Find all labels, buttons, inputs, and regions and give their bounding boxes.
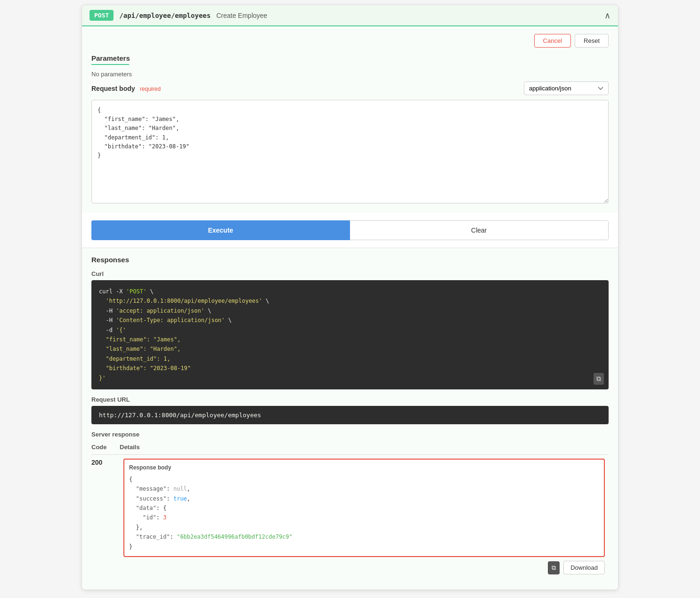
endpoint-path: /api/employee/employees xyxy=(119,12,211,19)
endpoint-description: Create Employee xyxy=(216,12,267,19)
response-code: 200 xyxy=(91,454,120,578)
curl-copy-button[interactable]: ⧉ xyxy=(594,373,604,385)
method-badge: POST xyxy=(90,10,114,21)
download-button[interactable]: Download xyxy=(563,561,605,574)
download-row: ⧉ Download xyxy=(123,561,605,574)
clear-button[interactable]: Clear xyxy=(350,220,609,240)
parameters-section: Cancel Reset Parameters No parameters Re… xyxy=(82,26,618,213)
parameters-underline xyxy=(91,64,129,65)
request-url-title: Request URL xyxy=(91,396,609,403)
reset-button[interactable]: Reset xyxy=(575,34,609,48)
params-actions: Cancel Reset xyxy=(91,34,609,48)
no-parameters-text: No parameters xyxy=(91,71,609,78)
response-body-code: { "message": null, "success": true, "dat… xyxy=(129,475,599,551)
code-header: Code xyxy=(91,442,120,455)
request-body-header: Request body required application/json a… xyxy=(91,81,609,95)
request-body-textarea[interactable]: { "first_name": "James", "last_name": "H… xyxy=(91,100,609,203)
request-body-title: Request body xyxy=(91,85,135,92)
response-body-label: Response body xyxy=(129,464,599,471)
execute-button[interactable]: Execute xyxy=(91,220,350,240)
response-table: Code Details 200 Response body { "messag… xyxy=(91,442,609,578)
response-details-cell: Response body { "message": null, "succes… xyxy=(120,454,609,578)
content-type-select[interactable]: application/json application/xml text/pl… xyxy=(524,81,609,95)
required-label: required xyxy=(140,86,161,92)
server-response-title: Server response xyxy=(91,431,609,438)
request-url-block: http://127.0.0.1:8000/api/employee/emplo… xyxy=(91,406,609,424)
endpoint-header: POST /api/employee/employees Create Empl… xyxy=(82,5,618,26)
parameters-title: Parameters xyxy=(91,54,609,62)
responses-section: Responses Curl curl -X 'POST' \ 'http://… xyxy=(82,248,618,590)
api-panel: POST /api/employee/employees Create Empl… xyxy=(81,5,619,590)
details-header: Details xyxy=(120,442,609,455)
responses-title: Responses xyxy=(91,256,609,264)
cancel-button[interactable]: Cancel xyxy=(534,34,571,48)
copy-response-button[interactable]: ⧉ xyxy=(548,561,560,574)
response-body-container: Response body { "message": null, "succes… xyxy=(123,459,605,557)
curl-title: Curl xyxy=(91,270,609,277)
collapse-button[interactable]: ∧ xyxy=(604,10,610,21)
curl-block: curl -X 'POST' \ 'http://127.0.0.1:8000/… xyxy=(91,280,609,389)
request-body-title-group: Request body required xyxy=(91,84,161,93)
table-row: 200 Response body { "message": null, "su… xyxy=(91,454,609,578)
action-bar: Execute Clear xyxy=(91,220,609,240)
